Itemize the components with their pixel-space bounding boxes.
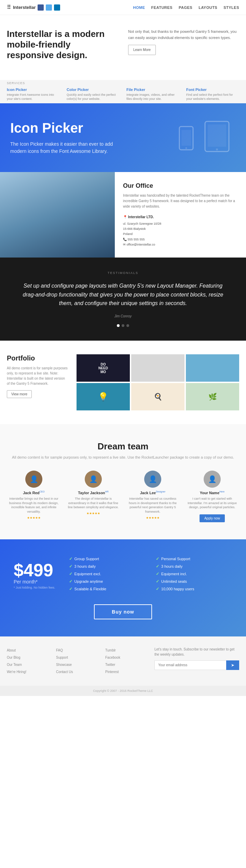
office-heading: Our Office [123,182,238,189]
buy-now-button[interactable]: Buy now [94,604,152,619]
testimonials-section: TESTIMONIALS Set up and configure page l… [0,258,246,341]
feature-3: Equipment excl. [69,571,146,576]
service-icon-picker-desc: Integrate Font Awesome icons into your s… [7,93,60,101]
view-more-button[interactable]: View more [7,390,32,398]
nav-styles[interactable]: STYLES [223,5,239,10]
office-content: Our Office Interstellar was handcrafted … [115,172,246,258]
feature-1: Group Support [69,556,146,561]
email-input[interactable] [154,660,226,670]
stars-1: ★★★★★ [7,516,61,520]
nav-home[interactable]: HOME [133,5,145,10]
feature-4: Upgrade anytime [69,579,146,584]
footer-blog[interactable]: Our Blog [7,656,20,659]
team-member-4: 👤 Your NameHere I can't wait to get star… [185,471,239,522]
pricing-price: $499 Per month* * Just kidding. No hidde… [14,561,55,589]
nav-features[interactable]: FEATURES [151,5,172,10]
hero-description: Not only that, but thanks to the powerfu… [128,29,239,41]
team-member-1: 👤 Jack RedCEO Interstellar brings out th… [7,471,61,522]
footer: About Our Blog Our Team We're Hiring! FA… [0,636,246,686]
hero-right: Not only that, but thanks to the powerfu… [128,29,239,66]
team-desc-3: Interstellar has saved us countless hour… [126,497,180,514]
office-phone: 📞 555 555 555 [123,237,238,242]
service-color-picker-title: Color Picker [67,88,120,92]
footer-hiring[interactable]: We're Hiring! [7,670,26,674]
footer-team[interactable]: Our Team [7,663,22,667]
brand-icon: ⠿ [7,4,11,11]
footer-support[interactable]: Support [56,656,68,659]
facebook-link[interactable] [38,4,44,11]
office-address: ul. Szarych Szeregow 10/28 [123,221,238,226]
feature-5: Scalable & Flexible [69,587,146,591]
service-file-picker: File Picker Integrate images, videos, an… [126,88,179,101]
apply-button[interactable]: Apply now [200,514,225,522]
avatar-1: 👤 [25,471,42,488]
team-heading: Dream team [7,441,239,452]
service-file-picker-title: File Picker [126,88,179,92]
footer-contact[interactable]: Contact Us [56,670,73,674]
pricing-section: $499 Per month* * Just kidding. No hidde… [0,539,246,636]
dot-1[interactable] [117,324,120,327]
footer-pinterest[interactable]: Pinterest [105,670,119,674]
footer-about[interactable]: About [7,648,16,652]
footer-twitter[interactable]: Twitter [105,663,115,667]
hero-section: Interstellar is a modern mobile-friendly… [0,15,246,80]
portfolio-grid: DONEEDMO 💡 🍳 🌿 [77,354,239,410]
pricing-inner: $499 Per month* * Just kidding. No hidde… [14,556,232,594]
footer-faq[interactable]: FAQ [56,648,63,652]
dot-3[interactable] [126,324,129,327]
portfolio-item-2 [131,354,184,382]
linkedin-link[interactable] [54,4,60,11]
testimonial-dots [20,324,226,327]
portfolio-item-6: 🌿 [186,383,239,410]
testimonials-label: TESTIMONIALS [20,271,226,275]
team-subtitle: All demo content is for sample purposes … [7,455,239,460]
service-font-picker: Font Picker Find and select the perfect … [186,88,239,101]
stars-2: ★★★★★ [66,512,120,515]
office-image-bg [0,172,115,258]
services-label: SERVICES [7,81,239,85]
pricing-amount: $499 [14,561,55,579]
service-color-picker: Color Picker Quickly and easily select t… [67,88,120,101]
device-icons [178,120,232,155]
feature-2: 3 hours daily [69,564,146,569]
testimonial-quote: Set up and configure page layouts with G… [20,281,226,308]
navbar: ⠿ Interstellar HOME FEATURES PAGES LAYOU… [0,0,246,15]
twitter-link[interactable] [46,4,52,11]
team-name-4: Your NameHere [185,490,239,495]
subscribe-button[interactable]: ➤ [226,660,239,670]
email-row: ➤ [154,660,239,670]
team-name-2: Taylor JacksonHR [66,490,120,495]
portfolio-description: All demo content is for sample purposes … [7,366,68,386]
services-bar: SERVICES Icon Picker Integrate Font Awes… [0,80,246,103]
footer-tumblr[interactable]: Tumblr [105,648,116,652]
office-info: 📍 Interstellar LTD. ul. Szarych Szeregow… [123,214,238,247]
portfolio-text: Portfolio All demo content is for sample… [7,354,68,398]
office-city: 15-666 Bialystok [123,226,238,232]
team-name-1: Jack RedCEO [7,490,61,495]
nav-pages[interactable]: PAGES [179,5,192,10]
icon-picker-section: Icon Picker The Icon Picker makes it eas… [0,103,246,172]
portfolio-item-5: 🍳 [131,383,184,410]
team-desc-4: I can't wait to get started with Interst… [185,497,239,510]
office-description: Interstellar was handcrafted by the tale… [123,193,238,209]
team-desc-2: The design of Interstellar is extraordin… [66,497,120,510]
hero-left: Interstellar is a modern mobile-friendly… [7,29,118,66]
team-member-3: 👤 Jack LeeDesigner Interstellar has save… [126,471,180,522]
office-section: Our Office Interstellar was handcrafted … [0,172,246,258]
learn-more-button[interactable]: Learn More [128,45,156,55]
service-color-picker-desc: Quickly and easily select the perfect co… [67,93,120,101]
service-file-picker-desc: Integrate images, videos, and other file… [126,93,179,101]
pricing-btn-row: Buy now [14,604,232,619]
footer-facebook[interactable]: Facebook [105,656,120,659]
footer-showcase[interactable]: Showcase [56,663,72,667]
pricing-features: Group Support 3 hours daily Equipment ex… [69,556,232,594]
office-company: 📍 Interstellar LTD. [123,214,238,220]
icon-picker-description: The Icon Picker makes it easier than eve… [10,141,126,155]
footer-col-1: About Our Blog Our Team We're Hiring! [7,647,49,675]
dot-2[interactable] [122,324,124,327]
services-row: Icon Picker Integrate Font Awesome icons… [7,88,239,101]
nav-layouts[interactable]: LAYOUTS [199,5,217,10]
avatar-2: 👤 [85,471,102,488]
footer-links-3: Tumblr Facebook Twitter Pinterest [105,647,148,675]
office-email: ✉ office@interstellar.co [123,242,238,247]
